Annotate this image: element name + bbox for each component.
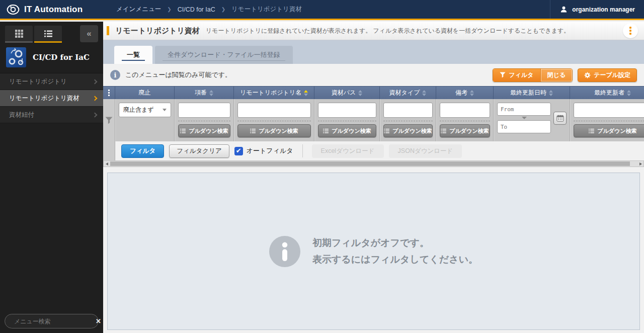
page-menu-kebab-icon[interactable] — [623, 23, 638, 38]
scroll-right-arrow[interactable] — [637, 161, 643, 166]
user-icon — [559, 5, 568, 14]
divider — [383, 121, 433, 121]
sidebar-item-remote-repository-materials[interactable]: リモートリポジトリ資材 — [0, 90, 103, 107]
sidebar-tab-grid[interactable] — [5, 26, 33, 43]
sidebar-tab-menu-list[interactable] — [34, 26, 62, 43]
breadcrumb-main-menu[interactable]: メインメニュー — [116, 5, 161, 14]
user-name: organization manager — [572, 6, 635, 13]
filter-rail — [103, 141, 115, 160]
material-type-pulldown-search-button[interactable]: プルダウン検索 — [383, 124, 433, 137]
sort-icon — [422, 90, 426, 96]
read-only-notice: このメニューは閲覧のみ可能です。 — [125, 70, 231, 79]
list-icon — [250, 129, 256, 133]
calendar-icon — [556, 115, 564, 122]
filter-clear-button[interactable]: フィルタクリア — [169, 144, 229, 158]
discard-filter-select[interactable]: 廃止含まず — [119, 103, 171, 117]
filter-close-button[interactable]: 閉じる — [540, 69, 573, 81]
scroll-left-arrow[interactable] — [104, 161, 110, 166]
tab-underline — [122, 60, 145, 61]
pulldown-search-label: プルダウン検索 — [259, 127, 298, 135]
apply-filter-button[interactable]: フィルタ — [121, 144, 164, 158]
menu-search-input[interactable] — [14, 318, 92, 325]
column-header-5[interactable]: 備考 — [436, 86, 494, 99]
auto-filter-toggle[interactable]: オートフィルタ — [234, 146, 293, 155]
breadcrumb: メインメニュー ❯ CI/CD for IaC ❯ リモートリポジトリ資材 — [103, 0, 550, 19]
filter-cell-remarks: プルダウン検索 — [436, 99, 494, 141]
table-filter-row: 廃止含まず プルダウン検索 — [103, 99, 644, 141]
column-label: 資材タイプ — [389, 89, 420, 97]
calendar-button[interactable] — [553, 112, 567, 125]
sidebar-menu: リモートリポジトリ リモートリポジトリ資材 資材紐付 — [0, 73, 103, 123]
tab-bulk-download-register[interactable]: 全件ダウンロード・ファイル一括登録 — [155, 46, 293, 64]
grid-icon — [15, 29, 24, 38]
sort-icon — [470, 90, 474, 96]
remarks-filter-input[interactable] — [440, 103, 490, 118]
divider — [318, 121, 376, 121]
user-menu[interactable]: organization manager — [550, 0, 644, 19]
empty-state-panel: 初期フィルタがオフです。 表示するにはフィルタしてください。 — [107, 173, 640, 330]
menu-search-box: ✕ — [5, 314, 99, 328]
last-updated-by-pulldown-search-button[interactable]: プルダウン検索 — [574, 124, 644, 137]
list-icon — [44, 30, 53, 38]
column-header-6[interactable]: 最終更新日時 — [494, 86, 570, 99]
table-header-row: 廃止 項番 リモートリポジトリ名 資材パス 資材タイプ 備考 最終更新日時 最終… — [103, 86, 644, 99]
column-header-0: 廃止 — [115, 86, 175, 99]
column-header-3[interactable]: 資材パス — [314, 86, 380, 99]
filter-button[interactable]: フィルタ — [493, 69, 540, 81]
tab-list[interactable]: 一覧 — [114, 46, 152, 64]
breadcrumb-workspace[interactable]: CI/CD for IaC — [178, 6, 215, 13]
repository-name-filter-input[interactable] — [237, 103, 311, 118]
chevron-right-icon — [93, 79, 98, 84]
chevron-right-icon — [93, 96, 98, 101]
column-header-4[interactable]: 資材タイプ — [380, 86, 436, 99]
page-description: リモートリポジトリに登録されていた資材が表示されます。 フィルタ表示されている資… — [206, 27, 570, 35]
date-from-input[interactable] — [497, 103, 551, 116]
auto-filter-checkbox[interactable] — [234, 147, 243, 155]
pulldown-search-label: プルダウン検索 — [392, 127, 432, 135]
excel-download-button: Excelダウンロード — [312, 144, 384, 158]
app-logo[interactable]: IT Automation — [0, 0, 103, 19]
filter-actions: フィルタ フィルタクリア オートフィルタ Excelダウンロード JSONダウン… — [115, 141, 644, 160]
sidebar-item-remote-repository[interactable]: リモートリポジトリ — [0, 73, 103, 90]
table-settings-button[interactable]: テーブル設定 — [578, 68, 637, 82]
cicd-workspace-icon — [6, 47, 26, 67]
scrollbar-thumb[interactable] — [110, 161, 630, 166]
item-number-pulldown-search-button[interactable]: プルダウン検索 — [178, 124, 230, 137]
remarks-pulldown-search-button[interactable]: プルダウン検索 — [440, 124, 490, 137]
column-header-7[interactable]: 最終更新者 — [570, 86, 644, 99]
breadcrumb-separator: ❯ — [167, 7, 171, 12]
notice-row: i このメニューは閲覧のみ可能です。 フィルタ 閉じる — [103, 64, 644, 86]
sidebar-item-material-link[interactable]: 資材紐付 — [0, 107, 103, 123]
workspace-title: CI/CD for IaC — [33, 53, 90, 62]
last-updated-by-filter-input[interactable] — [574, 103, 644, 118]
auto-filter-label: オートフィルタ — [247, 146, 293, 155]
date-to-input[interactable] — [497, 120, 551, 133]
item-number-filter-input[interactable] — [178, 103, 230, 118]
sort-icon — [358, 90, 362, 96]
sidebar-collapse-button[interactable]: « — [80, 25, 98, 42]
material-path-filter-input[interactable] — [318, 103, 376, 118]
table-menu-header[interactable] — [103, 86, 115, 99]
filter-button-label: フィルタ — [509, 71, 533, 79]
material-path-pulldown-search-button[interactable]: プルダウン検索 — [318, 124, 376, 137]
filter-toggle-group: フィルタ 閉じる — [493, 68, 573, 82]
materials-table: 廃止 項番 リモートリポジトリ名 資材パス 資材タイプ 備考 最終更新日時 最終… — [103, 86, 644, 167]
horizontal-scrollbar[interactable] — [103, 160, 644, 167]
date-range-filter — [497, 103, 567, 133]
info-icon-large — [269, 236, 300, 267]
sidebar-item-label: 資材紐付 — [9, 111, 34, 119]
column-header-1[interactable]: 項番 — [175, 86, 234, 99]
material-type-filter-input[interactable] — [383, 103, 433, 118]
clear-search-icon[interactable]: ✕ — [96, 317, 101, 325]
filter-cell-material-path: プルダウン検索 — [314, 99, 380, 141]
filter-action-row: フィルタ フィルタクリア オートフィルタ Excelダウンロード JSONダウン… — [103, 141, 644, 160]
column-label: リモートリポジトリ名 — [240, 89, 301, 97]
main-content: リモートリポジトリ資材 リモートリポジトリに登録されていた資材が表示されます。 … — [103, 22, 644, 333]
column-header-2[interactable]: リモートリポジトリ名 — [234, 86, 314, 99]
caret-down-icon — [522, 117, 527, 119]
repository-name-pulldown-search-button[interactable]: プルダウン検索 — [237, 124, 311, 137]
column-label: 資材パス — [332, 89, 356, 97]
close-button-label: 閉じる — [547, 71, 566, 79]
column-label: 最終更新者 — [594, 89, 624, 97]
json-download-button: JSONダウンロード — [389, 144, 462, 158]
